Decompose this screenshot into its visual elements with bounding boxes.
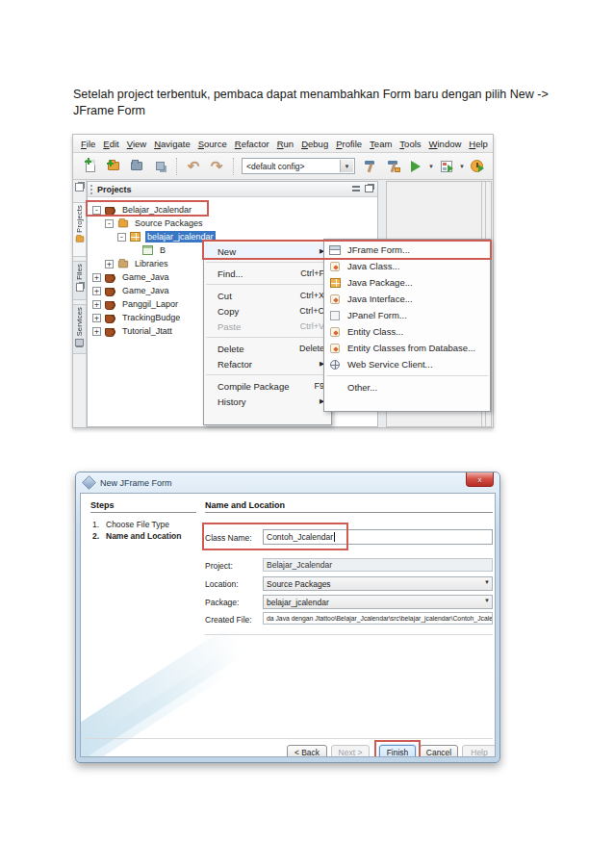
libraries-icon — [116, 258, 129, 269]
projects-tab-icon — [75, 236, 83, 242]
menu-tools[interactable]: Tools — [396, 139, 424, 149]
build-button[interactable] — [360, 157, 379, 176]
config-select-value: <default config> — [246, 162, 305, 171]
fields-separator — [205, 634, 493, 635]
float-panel-icon[interactable] — [365, 185, 373, 192]
shortcut-label: Ctrl+F — [300, 268, 324, 278]
java-project-icon — [104, 285, 116, 296]
redo-button[interactable]: ↷ — [207, 157, 226, 176]
menu-debug[interactable]: Debug — [297, 139, 332, 149]
expand-icon[interactable]: + — [92, 287, 101, 295]
jpanel-form-icon — [328, 309, 342, 321]
java-project-icon — [104, 271, 116, 283]
close-button[interactable]: x — [466, 472, 494, 487]
finish-button[interactable]: Finish — [379, 745, 416, 757]
debug-button[interactable] — [437, 157, 456, 176]
chevron-down-icon[interactable]: ▼ — [484, 598, 490, 603]
menu-profile[interactable]: Profile — [332, 139, 366, 149]
config-select[interactable]: <default config> ▼ — [242, 158, 355, 174]
expand-icon[interactable]: + — [92, 314, 101, 322]
undo-button[interactable]: ↶ — [184, 157, 203, 176]
submenu-item-jframe-form[interactable]: JFrame Form... — [324, 242, 490, 258]
expand-icon[interactable]: + — [92, 327, 101, 336]
submenu-item-other[interactable]: Other... — [324, 379, 490, 396]
cancel-button[interactable]: Cancel — [420, 745, 458, 757]
context-menu-item-delete[interactable]: Delete Delete — [204, 341, 331, 356]
context-menu-item-find[interactable]: Find... Ctrl+F — [204, 266, 331, 281]
submenu-item-jpanel-form[interactable]: JPanel Form... — [324, 307, 490, 323]
text-caret — [334, 532, 335, 542]
new-file-button[interactable] — [81, 157, 100, 176]
tab-projects[interactable]: Projects — [73, 202, 87, 257]
location-select[interactable]: Source Packages ▼ — [263, 576, 493, 591]
menu-separator — [206, 337, 329, 338]
context-menu-item-compile-package[interactable]: Compile Package F9 — [204, 378, 331, 394]
submenu-item-web-service-client[interactable]: Web Service Client... — [324, 356, 490, 372]
java-interface-icon — [328, 293, 342, 305]
minimize-panel-icon[interactable] — [352, 185, 360, 192]
menu-refactor[interactable]: Refactor — [231, 139, 273, 149]
submenu-item-entity-class[interactable]: Entity Class... — [324, 323, 490, 340]
run-button[interactable] — [406, 157, 425, 176]
close-icon: x — [478, 475, 482, 484]
menu-source[interactable]: Source — [194, 139, 231, 149]
restore-window-icon[interactable] — [75, 183, 84, 191]
submenu-item-java-interface[interactable]: Java Interface... — [324, 291, 490, 307]
buttonbar-separator — [85, 738, 493, 739]
menu-edit[interactable]: Edit — [99, 139, 122, 149]
tab-services[interactable]: Services — [73, 304, 87, 354]
tab-files[interactable]: Files — [73, 261, 87, 300]
menu-run[interactable]: Run — [273, 139, 297, 149]
step-2: 2. — [92, 531, 99, 541]
context-menu-item-history[interactable]: History ▶ — [204, 394, 331, 409]
drag-grip-icon[interactable] — [90, 185, 93, 194]
debug-dropdown-icon[interactable]: ▼ — [459, 164, 465, 169]
save-all-button[interactable] — [150, 157, 169, 176]
open-project-icon — [131, 162, 142, 170]
entity-class-icon — [328, 325, 342, 338]
submenu-item-java-class[interactable]: Java Class... — [324, 258, 490, 274]
section-underline — [205, 512, 493, 513]
context-menu-item-new[interactable]: New ▶ — [204, 243, 331, 259]
java-project-icon — [104, 312, 116, 323]
new-project-button[interactable] — [104, 157, 123, 176]
collapse-icon[interactable]: - — [92, 206, 101, 215]
expand-icon[interactable]: + — [105, 260, 114, 268]
menu-separator — [326, 375, 488, 376]
undo-icon: ↶ — [188, 159, 200, 173]
tree-item-belajar-jcalendar[interactable]: - Belajar_Jcalendar — [89, 203, 376, 217]
chevron-down-icon[interactable]: ▼ — [484, 579, 490, 585]
java-project-icon — [104, 298, 116, 310]
submenu-item-java-package[interactable]: Java Package... — [324, 274, 490, 291]
collapse-icon[interactable]: - — [105, 219, 114, 228]
package-select[interactable]: belajar_jcalendar ▼ — [263, 595, 493, 609]
class-name-input[interactable]: Contoh_Jcalendar — [263, 529, 493, 545]
menu-view[interactable]: View — [123, 139, 150, 149]
projects-panel-title: Projects — [97, 185, 132, 194]
chevron-down-icon[interactable]: ▼ — [340, 160, 353, 172]
context-menu-item-cut[interactable]: Cut Ctrl+X — [204, 288, 331, 303]
expand-icon[interactable]: + — [92, 300, 101, 309]
context-menu-item-copy[interactable]: Copy Ctrl+C — [204, 303, 331, 319]
menu-help[interactable]: Help — [465, 139, 492, 149]
toolbar-separator — [233, 158, 234, 175]
clean-build-button[interactable] — [383, 157, 402, 176]
context-menu-item-refactor[interactable]: Refactor ▶ — [204, 356, 331, 371]
step-2-label: Name and Location — [106, 531, 181, 541]
entity-classes-db-icon — [328, 342, 342, 354]
menu-window[interactable]: Window — [425, 139, 466, 149]
submenu-item-entity-classes-from-database[interactable]: Entity Classes from Database... — [324, 340, 490, 356]
menu-team[interactable]: Team — [366, 139, 396, 149]
dialog-titlebar[interactable]: New JFrame Form — [76, 472, 499, 493]
menu-file[interactable]: File — [77, 139, 99, 149]
run-dropdown-icon[interactable]: ▼ — [428, 164, 434, 169]
profile-button[interactable] — [468, 157, 487, 176]
expand-icon[interactable]: + — [92, 273, 101, 282]
tree-item-source-packages[interactable]: - Source Packages — [89, 217, 376, 230]
open-project-button[interactable] — [127, 157, 146, 176]
collapse-icon[interactable]: - — [117, 233, 126, 242]
toolbar-separator — [176, 158, 177, 175]
menu-navigate[interactable]: Navigate — [150, 139, 194, 149]
document-page: { "intro": { "line1": "Setelah project t… — [0, 0, 614, 868]
back-button[interactable]: < Back — [287, 745, 327, 757]
